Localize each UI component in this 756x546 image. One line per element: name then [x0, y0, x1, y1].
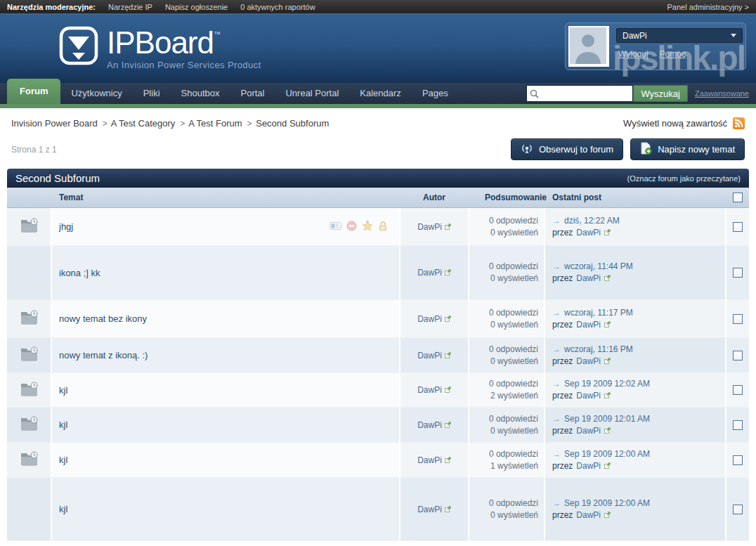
follow-forum-button[interactable]: Obserwuj to forum — [511, 138, 623, 160]
nav-tab[interactable]: Pages — [412, 83, 459, 104]
last-post-date-link[interactable]: Sep 19 2009 12:00 AM — [564, 498, 650, 509]
last-poster-link[interactable]: DawPi — [576, 425, 601, 437]
goto-last-post-icon[interactable]: → — [552, 413, 561, 425]
topic-title-link[interactable]: kjl — [59, 455, 67, 465]
topic-select-checkbox[interactable] — [733, 420, 743, 430]
follow-antenna-icon — [521, 143, 533, 156]
topic-select-checkbox[interactable] — [733, 385, 743, 395]
author-link[interactable]: DawPi — [417, 314, 442, 324]
column-topic[interactable]: Temat — [52, 188, 399, 207]
goto-last-post-icon[interactable]: → — [552, 448, 561, 460]
topic-title-link[interactable]: jhgj — [59, 221, 73, 232]
topic-select-checkbox[interactable] — [733, 455, 743, 465]
last-post-cell: → wczoraj, 11:44 PM przez DawPi — [545, 246, 725, 299]
external-link-icon — [445, 505, 451, 514]
topic-select-checkbox[interactable] — [733, 268, 743, 278]
last-poster-link[interactable]: DawPi — [576, 227, 601, 239]
topic-title-link[interactable]: kjl — [59, 504, 67, 514]
views-count: 0 wyświetleń — [490, 273, 538, 285]
breadcrumb-link[interactable]: A Test Forum — [188, 118, 242, 129]
table-row: jhgj — [7, 208, 749, 246]
topic-title-link[interactable]: nowy temat z ikoną. :) — [59, 350, 148, 360]
admin-bar-link[interactable]: Narzędzie IP — [108, 3, 152, 11]
goto-last-post-icon[interactable]: → — [552, 307, 561, 319]
topic-status-cell — [7, 373, 51, 407]
search-button[interactable]: Wyszukaj — [633, 85, 688, 102]
nav-tab[interactable]: Portal — [230, 83, 275, 104]
by-label: przez — [552, 227, 573, 239]
last-post-date-link[interactable]: wczoraj, 11:17 PM — [564, 307, 633, 319]
topic-status-cell — [7, 478, 51, 540]
column-summary[interactable]: Podsumowanie — [469, 188, 544, 207]
column-author[interactable]: Autor — [400, 188, 468, 207]
chevron-down-icon — [731, 34, 736, 37]
admin-panel-link[interactable]: Panel administracyjny > — [667, 3, 749, 11]
last-post-cell: → wczoraj, 11:17 PM przez DawPi — [545, 300, 725, 337]
topic-title-link[interactable]: kjl — [59, 420, 67, 430]
last-poster-link[interactable]: DawPi — [576, 509, 601, 521]
last-poster-link[interactable]: DawPi — [576, 460, 601, 472]
last-post-cell: → Sep 19 2009 12:02 AM przez DawPi — [545, 373, 725, 407]
author-link[interactable]: DawPi — [417, 385, 442, 395]
topic-select-checkbox[interactable] — [733, 351, 743, 360]
nav-tab[interactable]: Użytkownicy — [60, 83, 132, 104]
user-dropdown[interactable]: DawPi — [616, 28, 743, 43]
topic-select-checkbox[interactable] — [733, 222, 743, 232]
author-link[interactable]: DawPi — [417, 420, 442, 430]
last-poster-link[interactable]: DawPi — [576, 319, 601, 331]
topic-title-link[interactable]: nowy temat bez ikony — [59, 313, 147, 324]
search-input[interactable] — [526, 85, 633, 102]
view-new-content-link[interactable]: Wyświetl nową zawartość — [623, 117, 745, 129]
by-label: przez — [552, 509, 573, 521]
breadcrumb-link[interactable]: Second Subforum — [256, 118, 329, 129]
last-poster-link[interactable]: DawPi — [576, 390, 601, 402]
author-link[interactable]: DawPi — [417, 222, 442, 232]
last-post-date-link[interactable]: Sep 19 2009 12:02 AM — [564, 378, 650, 390]
column-last-post[interactable]: Ostatni post — [545, 188, 725, 207]
external-link-icon — [604, 390, 611, 402]
last-poster-link[interactable]: DawPi — [576, 273, 601, 285]
last-post-date-link[interactable]: wczoraj, 11:44 PM — [564, 261, 633, 273]
last-post-date-link[interactable]: Sep 19 2009 12:01 AM — [564, 413, 650, 425]
last-post-date-link[interactable]: dziś, 12:22 AM — [564, 215, 620, 227]
nav-tab[interactable]: Forum — [7, 79, 60, 104]
select-all-checkbox[interactable] — [733, 193, 743, 202]
last-post-date-link[interactable]: wczoraj, 11:16 PM — [564, 344, 633, 356]
new-topic-button[interactable]: Napisz nowy temat — [630, 138, 745, 160]
author-link[interactable]: DawPi — [417, 505, 442, 514]
rss-icon[interactable] — [733, 117, 745, 129]
view-new-content-label: Wyświetl nową zawartość — [623, 118, 727, 129]
logout-link[interactable]: Wyloguj — [618, 49, 649, 59]
nav-tab[interactable]: Shoutbox — [171, 83, 230, 104]
avatar[interactable] — [568, 26, 609, 67]
pinned-icon — [362, 221, 373, 233]
topic-title-link[interactable]: ikona ;] kk — [59, 268, 100, 278]
author-link[interactable]: DawPi — [417, 455, 442, 465]
goto-last-post-icon[interactable]: → — [552, 344, 561, 356]
admin-bar-link[interactable]: Napisz ogłoszenie — [165, 3, 228, 11]
breadcrumb-link[interactable]: A Test Category — [111, 118, 176, 129]
goto-last-post-icon[interactable]: → — [552, 261, 561, 273]
nav-tab[interactable]: Kalendarz — [349, 83, 412, 104]
logo[interactable]: IPBoard™ An Invision Power Services Prod… — [59, 26, 261, 70]
row-checkbox-cell — [726, 373, 749, 407]
topic-select-checkbox[interactable] — [733, 505, 743, 514]
goto-last-post-icon[interactable]: → — [552, 498, 561, 509]
breadcrumb-link[interactable]: Invision Power Board — [11, 118, 98, 129]
mark-forum-read-link[interactable]: (Oznacz forum jako przeczytane) — [627, 174, 741, 183]
goto-last-post-icon[interactable]: → — [552, 215, 561, 227]
topic-select-checkbox[interactable] — [733, 314, 743, 324]
last-post-date-link[interactable]: Sep 19 2009 12:00 AM — [564, 448, 650, 460]
help-link[interactable]: Pomoc — [660, 49, 686, 59]
author-link[interactable]: DawPi — [417, 268, 442, 278]
last-poster-link[interactable]: DawPi — [576, 356, 601, 368]
goto-last-post-icon[interactable]: → — [552, 378, 561, 390]
table-row: kjl DawPi 0 odpowiedzi 0 wyświetleń → Se… — [7, 478, 749, 541]
advanced-search-link[interactable]: Zaawansowane — [695, 89, 749, 98]
nav-tab[interactable]: Pliki — [133, 83, 171, 104]
author-link[interactable]: DawPi — [417, 351, 442, 360]
nav-tab[interactable]: Unreal Portal — [275, 83, 349, 104]
admin-bar-link[interactable]: 0 aktywnych raportów — [240, 3, 315, 11]
topic-title-link[interactable]: kjl — [59, 385, 67, 396]
replies-count: 0 odpowiedzi — [489, 498, 538, 509]
